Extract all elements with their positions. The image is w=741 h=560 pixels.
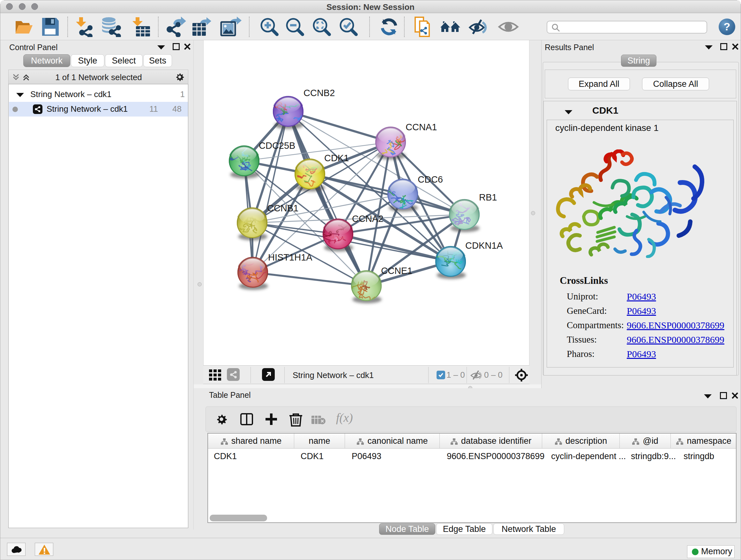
svg-text:CDC6: CDC6 (418, 174, 443, 185)
svg-text:CCNB2: CCNB2 (304, 88, 335, 98)
svg-text:CCNE1: CCNE1 (381, 266, 412, 276)
svg-text:CCNA1: CCNA1 (406, 122, 437, 132)
svg-text:CDK1: CDK1 (324, 153, 349, 163)
svg-text:CCNA2: CCNA2 (352, 213, 383, 224)
svg-text:CDKN1A: CDKN1A (465, 240, 503, 251)
svg-text:HIST1H1A: HIST1H1A (268, 252, 313, 262)
svg-text:CCNB1: CCNB1 (267, 203, 298, 213)
svg-text:RB1: RB1 (479, 192, 497, 202)
svg-text:CDC25B: CDC25B (259, 140, 295, 151)
